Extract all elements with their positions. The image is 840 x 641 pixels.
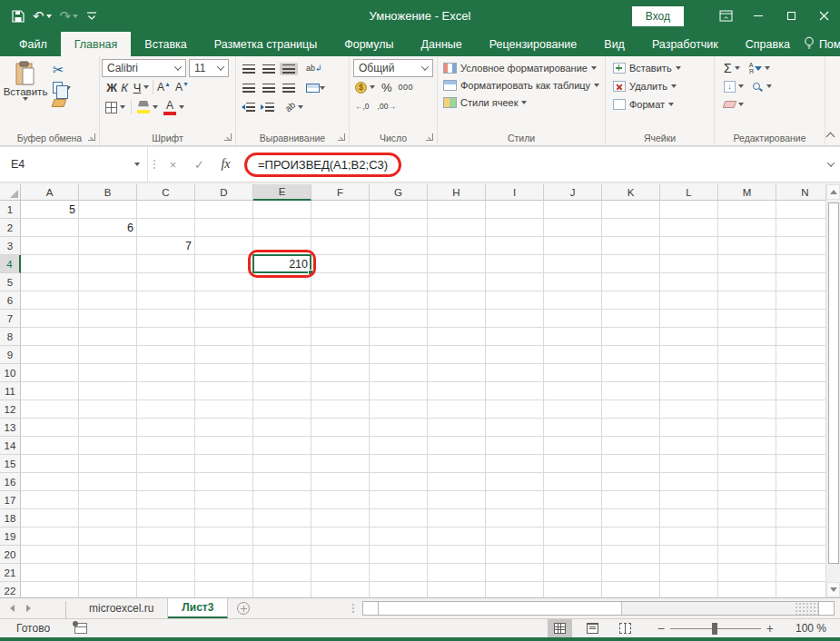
cell-C12[interactable] <box>137 400 195 419</box>
tab-Разработчик[interactable]: Разработчик <box>638 32 732 56</box>
cell-F14[interactable] <box>311 437 370 455</box>
cell-A7[interactable] <box>21 310 79 328</box>
cell-E17[interactable] <box>253 491 311 509</box>
cell-I10[interactable] <box>486 364 544 382</box>
cell-G7[interactable] <box>370 310 428 328</box>
normal-view-button[interactable] <box>548 619 572 637</box>
scroll-right-icon[interactable] <box>818 601 835 616</box>
cell-F13[interactable] <box>311 419 370 437</box>
increase-decimal-button[interactable]: ←,0 <box>355 102 370 111</box>
cell-J22[interactable] <box>544 582 602 597</box>
cell-E5[interactable] <box>253 273 311 291</box>
formula-input[interactable]: =ПРОИЗВЕД(A1;B2;C3) <box>239 147 822 182</box>
previous-sheet-icon[interactable] <box>10 605 15 612</box>
cell-L3[interactable] <box>660 237 718 255</box>
cell-C4[interactable] <box>137 255 195 273</box>
cell-C9[interactable] <box>137 346 195 364</box>
conditional-formatting-button[interactable]: Условное форматирование <box>440 59 603 76</box>
cell-H8[interactable] <box>428 328 486 346</box>
tab-Вид[interactable]: Вид <box>590 32 638 56</box>
row-header-3[interactable]: 3 <box>0 237 21 255</box>
cell-H2[interactable] <box>428 219 486 237</box>
cell-J20[interactable] <box>544 546 602 564</box>
cell-A22[interactable] <box>21 582 79 597</box>
cell-H15[interactable] <box>428 455 486 473</box>
increase-font-size-button[interactable]: А▲ <box>157 81 171 94</box>
row-header-20[interactable]: 20 <box>0 546 21 564</box>
cell-F1[interactable] <box>311 201 370 219</box>
cell-A11[interactable] <box>21 382 79 400</box>
cell-M1[interactable] <box>718 201 776 219</box>
cell-J14[interactable] <box>544 437 602 455</box>
helper-tab[interactable]: Помощн <box>819 38 840 51</box>
cell-L13[interactable] <box>660 419 718 437</box>
row-header-16[interactable]: 16 <box>0 473 21 491</box>
borders-button[interactable] <box>105 102 125 113</box>
cell-K17[interactable] <box>602 491 660 509</box>
cell-A17[interactable] <box>21 491 79 509</box>
cell-K20[interactable] <box>602 546 660 564</box>
cell-L18[interactable] <box>660 509 718 528</box>
cell-H4[interactable] <box>428 255 486 273</box>
cell-E14[interactable] <box>253 437 311 455</box>
autosum-button[interactable]: Σ <box>724 62 740 74</box>
close-button[interactable] <box>807 0 840 32</box>
cell-L8[interactable] <box>660 328 718 346</box>
cell-C22[interactable] <box>137 582 195 597</box>
page-break-view-button[interactable] <box>613 619 637 637</box>
horizontal-scrollbar[interactable] <box>362 601 835 616</box>
column-header-B[interactable]: B <box>79 184 137 201</box>
cell-K8[interactable] <box>602 328 660 346</box>
cell-B18[interactable] <box>79 509 137 528</box>
cell-E16[interactable] <box>253 473 311 491</box>
cell-M10[interactable] <box>718 364 776 382</box>
cell-B22[interactable] <box>79 582 137 597</box>
tab-Формулы[interactable]: Формулы <box>331 32 407 56</box>
cell-B19[interactable] <box>79 528 137 546</box>
cell-D20[interactable] <box>195 546 253 564</box>
insert-function-button[interactable]: fx <box>212 147 239 182</box>
cell-I8[interactable] <box>486 328 544 346</box>
cell-E6[interactable] <box>253 291 311 310</box>
cell-I11[interactable] <box>486 382 544 400</box>
cell-J4[interactable] <box>544 255 602 273</box>
zoom-slider[interactable]: − + <box>652 621 779 636</box>
cell-M22[interactable] <box>718 582 776 597</box>
zoom-slider-thumb[interactable] <box>712 623 717 635</box>
cell-B21[interactable] <box>79 564 137 582</box>
percent-style-button[interactable]: % <box>381 81 392 94</box>
cell-F16[interactable] <box>311 473 370 491</box>
row-header-11[interactable]: 11 <box>0 382 21 400</box>
fill-color-button[interactable] <box>137 101 158 113</box>
ribbon-display-options-icon[interactable] <box>709 0 742 32</box>
cell-G3[interactable] <box>370 237 428 255</box>
cell-F10[interactable] <box>311 364 370 382</box>
cell-G16[interactable] <box>370 473 428 491</box>
font-color-button[interactable]: А <box>163 100 184 115</box>
cell-L4[interactable] <box>660 255 718 273</box>
cell-I6[interactable] <box>486 291 544 310</box>
row-header-4[interactable]: 4 <box>0 255 21 273</box>
cell-M2[interactable] <box>718 219 776 237</box>
cell-C16[interactable] <box>137 473 195 491</box>
cell-J17[interactable] <box>544 491 602 509</box>
cell-G10[interactable] <box>370 364 428 382</box>
row-header-10[interactable]: 10 <box>0 364 21 382</box>
scroll-up-icon[interactable] <box>826 184 840 200</box>
cell-B15[interactable] <box>79 455 137 473</box>
expand-formula-bar-icon[interactable] <box>822 147 840 182</box>
cell-A8[interactable] <box>21 328 79 346</box>
cell-K13[interactable] <box>602 419 660 437</box>
cell-H3[interactable] <box>428 237 486 255</box>
cell-M5[interactable] <box>718 273 776 291</box>
cell-D9[interactable] <box>195 346 253 364</box>
cell-A10[interactable] <box>21 364 79 382</box>
decrease-indent-button[interactable] <box>242 103 255 112</box>
cell-I20[interactable] <box>486 546 544 564</box>
cell-K12[interactable] <box>602 400 660 419</box>
column-header-D[interactable]: D <box>195 184 253 201</box>
cell-D1[interactable] <box>195 201 253 219</box>
row-header-15[interactable]: 15 <box>0 455 21 473</box>
column-header-M[interactable]: M <box>718 184 776 201</box>
cell-H14[interactable] <box>428 437 486 455</box>
